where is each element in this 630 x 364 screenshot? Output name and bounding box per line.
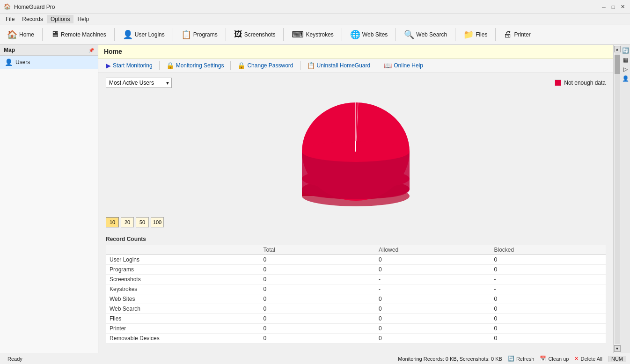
toolbar-sep-8 — [455, 28, 455, 41]
toolbar-programs[interactable]: 📋 Programs — [177, 26, 222, 43]
page-10-button[interactable]: 10 — [106, 217, 119, 227]
grid-quick-icon[interactable]: ▦ — [622, 56, 630, 64]
action-sep-1 — [159, 61, 160, 70]
record-blocked: - — [491, 275, 606, 284]
toolbar-sep-9 — [495, 28, 496, 41]
toolbar-user-logins[interactable]: 👤 User Logins — [118, 26, 169, 43]
status-text: Ready — [4, 356, 390, 362]
cleanup-icon: 📅 — [540, 356, 546, 362]
toolbar-sep-4 — [226, 28, 226, 41]
chart-dropdown-wrapper: Most Active Users Most Visited Sites Mos… — [106, 78, 172, 88]
menu-file[interactable]: File — [2, 15, 18, 23]
cleanup-button[interactable]: 📅 Clean up — [540, 356, 569, 362]
maximize-button[interactable]: □ — [609, 3, 617, 11]
sidebar: Map 📌 👤 Users — [0, 45, 98, 353]
toolbar-home[interactable]: 🏠 Home — [3, 26, 38, 43]
toolbar-websearch[interactable]: 🔍 Web Search — [400, 26, 451, 43]
toolbar-remote[interactable]: 🖥 Remote Machines — [46, 26, 110, 43]
record-total: 0 — [260, 275, 375, 284]
screenshots-icon: 🖼 — [234, 29, 242, 39]
record-blocked: 0 — [491, 304, 606, 314]
col-header-total: Total — [260, 245, 375, 255]
monitoring-settings-label: Monitoring Settings — [176, 62, 224, 69]
sidebar-title: Map — [4, 47, 15, 53]
records-section: Record Counts Total Allowed Blocked User… — [98, 232, 613, 353]
delete-icon: ✕ — [574, 356, 579, 362]
record-allowed: 0 — [375, 255, 490, 265]
keystrokes-icon: ⌨ — [292, 29, 304, 40]
page-50-button[interactable]: 50 — [136, 217, 149, 227]
titlebar: 🏠 HomeGuard Pro ─ □ ✕ — [0, 0, 630, 14]
expand-quick-icon[interactable]: ▷ — [622, 66, 630, 73]
record-allowed: 0 — [375, 314, 490, 324]
refresh-quick-icon[interactable]: 🔄 — [622, 47, 630, 54]
page-100-button[interactable]: 100 — [151, 217, 164, 227]
record-allowed: 0 — [375, 334, 490, 343]
start-monitoring-button[interactable]: ▶ Start Monitoring — [102, 60, 156, 71]
scroll-track — [615, 53, 620, 344]
change-password-button[interactable]: 🔒 Change Password — [234, 60, 297, 71]
menu-records[interactable]: Records — [18, 15, 47, 23]
menu-help[interactable]: Help — [73, 15, 93, 23]
scroll-thumb[interactable] — [615, 55, 620, 74]
refresh-button[interactable]: 🔄 Refresh — [508, 356, 535, 362]
toolbar-screenshots-label: Screenshots — [244, 31, 276, 38]
uninstall-button[interactable]: 📋 Uninstall HomeGuard — [303, 60, 374, 71]
delete-label: Delete All — [580, 356, 602, 362]
action-sep-3 — [300, 61, 300, 70]
table-row: User Logins 0 0 0 — [106, 255, 606, 265]
play-icon: ▶ — [106, 62, 111, 69]
toolbar-screenshots[interactable]: 🖼 Screenshots — [230, 26, 280, 43]
user-quick-icon[interactable]: 👤 — [622, 75, 630, 82]
page-20-button[interactable]: 20 — [121, 217, 134, 227]
legend-color-swatch — [555, 80, 561, 86]
chart-legend: Not enough data — [555, 80, 606, 86]
refresh-label: Refresh — [516, 356, 535, 362]
toolbar-printer[interactable]: 🖨 Printer — [499, 26, 535, 43]
monitoring-info: Monitoring Records: 0 KB, Screenshots: 0… — [398, 356, 502, 362]
menu-options[interactable]: Options — [47, 15, 73, 23]
record-name: Removable Devices — [106, 334, 260, 343]
scrollbar: ▲ ▼ — [613, 45, 621, 353]
record-name: Web Search — [106, 304, 260, 314]
chart-dropdown[interactable]: Most Active Users Most Visited Sites Mos… — [106, 78, 172, 88]
record-total: 0 — [260, 284, 375, 294]
online-help-button[interactable]: 📖 Online Help — [380, 60, 427, 71]
toolbar-files[interactable]: 📁 Files — [459, 26, 491, 43]
scroll-down-button[interactable]: ▼ — [614, 345, 621, 352]
toolbar-sep-1 — [42, 28, 43, 41]
start-monitoring-label: Start Monitoring — [113, 62, 153, 69]
record-total: 0 — [260, 265, 375, 275]
toolbar-user-logins-label: User Logins — [135, 31, 165, 38]
record-blocked: 0 — [491, 294, 606, 304]
sidebar-item-label: Users — [15, 59, 30, 66]
toolbar-keystrokes[interactable]: ⌨ Keystrokes — [287, 26, 337, 43]
toolbar-websearch-label: Web Search — [416, 31, 447, 38]
record-allowed: 0 — [375, 294, 490, 304]
scroll-up-button[interactable]: ▲ — [614, 46, 621, 52]
menubar: File Records Options Help — [0, 14, 630, 24]
toolbar-websites[interactable]: 🌐 Web Sites — [346, 26, 392, 43]
col-header-blocked: Blocked — [491, 245, 606, 255]
chart-area: Most Active Users Most Visited Sites Mos… — [98, 73, 613, 232]
record-name: Keystrokes — [106, 284, 260, 294]
sidebar-item-users[interactable]: 👤 Users — [0, 56, 98, 69]
record-total: 0 — [260, 324, 375, 334]
pin-button[interactable]: 📌 — [88, 48, 94, 53]
table-row: Web Search 0 0 0 — [106, 304, 606, 314]
printer-icon: 🖨 — [504, 29, 512, 39]
close-button[interactable]: ✕ — [619, 3, 626, 11]
toolbar-sep-3 — [173, 28, 173, 41]
minimize-button[interactable]: ─ — [600, 3, 608, 11]
programs-icon: 📋 — [181, 29, 191, 40]
record-blocked: - — [491, 284, 606, 294]
table-row: Web Sites 0 0 0 — [106, 294, 606, 304]
refresh-icon: 🔄 — [508, 356, 514, 362]
delete-all-button[interactable]: ✕ Delete All — [574, 356, 602, 362]
record-total: 0 — [260, 314, 375, 324]
statusbar: Ready Monitoring Records: 0 KB, Screensh… — [0, 353, 630, 364]
remote-icon: 🖥 — [51, 29, 59, 39]
table-row: Keystrokes 0 - - — [106, 284, 606, 294]
record-blocked: 0 — [491, 334, 606, 343]
monitoring-settings-button[interactable]: 🔒 Monitoring Settings — [162, 60, 228, 71]
